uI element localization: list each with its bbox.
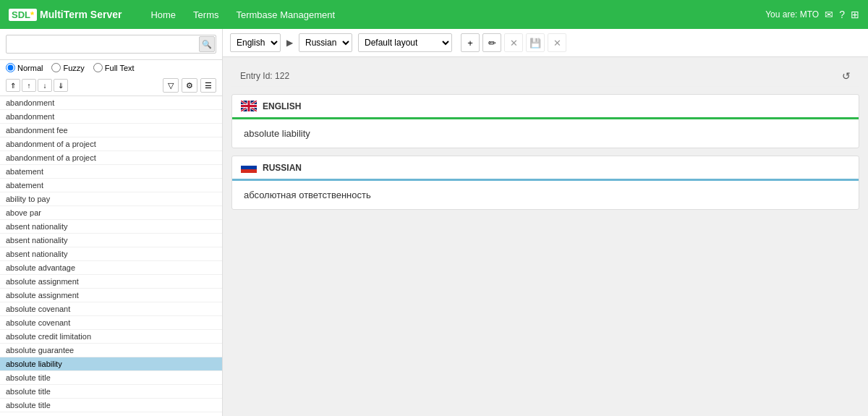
nav-links: Home Terms Termbase Management	[150, 9, 335, 20]
settings-button[interactable]: ⚙	[182, 78, 197, 93]
entry-id-text: Entry Id:	[240, 71, 273, 81]
term-list-item[interactable]: absolute title	[0, 399, 222, 412]
term-list-item[interactable]: absolute assignment	[0, 275, 222, 289]
entry-content: Entry Id: 122 ↺	[223, 57, 868, 416]
refresh-icon: ↺	[842, 70, 851, 82]
save-entry-button[interactable]: 💾	[526, 33, 545, 52]
nav-termbase-management[interactable]: Termbase Management	[236, 9, 335, 20]
russian-language-card: RUSSIAN абсолютная ответственность	[231, 156, 859, 210]
term-list-item[interactable]: above par	[0, 206, 222, 220]
action-buttons: + ✏ ✕ 💾 ✕	[461, 33, 566, 52]
radio-normal-label: Normal	[17, 64, 43, 72]
top-nav-bar: SDL* MultiTerm Server Home Terms Termbas…	[0, 0, 868, 29]
cancel-entry-button[interactable]: ✕	[548, 33, 566, 52]
cancel-icon: ✕	[553, 38, 561, 48]
entry-id-label: Entry Id: 122	[240, 71, 289, 81]
term-list-item[interactable]: abatement	[0, 165, 222, 179]
list-toolbar-icons: ▽ ⚙ ☰	[163, 78, 216, 93]
mail-icon[interactable]: ✉	[825, 9, 833, 20]
search-input-wrap: 🔍	[6, 35, 216, 54]
term-list-item[interactable]: absolute covenant	[0, 302, 222, 316]
search-mode-row: Normal Fuzzy Full Text	[0, 60, 222, 77]
target-language-select[interactable]: Russian	[299, 33, 352, 52]
entry-toolbar: English ▶ Russian Default layout + ✏ ✕	[223, 29, 868, 57]
radio-normal[interactable]: Normal	[6, 63, 43, 72]
english-language-card: ENGLISH absolute liability	[231, 94, 859, 148]
term-list-item[interactable]: absolute advantage	[0, 261, 222, 275]
delete-entry-button[interactable]: ✕	[504, 33, 523, 52]
term-list-item[interactable]: absent nationality	[0, 220, 222, 234]
russian-term: абсолютная ответственность	[244, 190, 371, 200]
search-input[interactable]	[6, 35, 216, 54]
edit-icon: ✏	[488, 38, 496, 48]
term-list-item[interactable]: abatement	[0, 179, 222, 192]
search-bar-area: 🔍	[0, 29, 222, 60]
save-icon: 💾	[529, 38, 541, 48]
layout-select[interactable]: Default layout	[358, 33, 452, 52]
svg-rect-11	[241, 169, 257, 173]
english-card-header: ENGLISH	[232, 95, 859, 119]
sdl-logo: SDL*	[9, 9, 37, 21]
russian-card-body: абсолютная ответственность	[232, 181, 859, 209]
add-entry-button[interactable]: +	[461, 33, 480, 52]
term-list-item[interactable]: absolute title	[0, 371, 222, 385]
nav-up-button[interactable]: ↑	[22, 79, 36, 92]
term-list-item[interactable]: absent nationality	[0, 247, 222, 261]
right-panel: English ▶ Russian Default layout + ✏ ✕	[223, 29, 868, 416]
nav-arrows: ⇑ ↑ ↓ ⇓	[6, 79, 68, 92]
radio-fulltext-label: Full Text	[105, 64, 135, 72]
russian-lang-label: RUSSIAN	[263, 163, 302, 173]
term-list-item[interactable]: absolute covenant	[0, 316, 222, 330]
source-language-select[interactable]: English	[230, 33, 281, 52]
term-list-item[interactable]: abandonment fee	[0, 124, 222, 137]
term-list-item[interactable]: abandonment	[0, 96, 222, 110]
expand-icon[interactable]: ⊞	[851, 9, 859, 20]
columns-button[interactable]: ☰	[200, 78, 216, 93]
edit-entry-button[interactable]: ✏	[482, 33, 501, 52]
svg-rect-8	[241, 105, 257, 107]
user-label: You are: MTO	[765, 9, 819, 20]
svg-rect-10	[241, 166, 257, 169]
term-list-item[interactable]: absent nationality	[0, 234, 222, 247]
term-list-item[interactable]: absolute title	[0, 385, 222, 399]
list-toolbar-row: ⇑ ↑ ↓ ⇓ ▽ ⚙ ☰	[0, 77, 222, 96]
english-term: absolute liability	[244, 128, 310, 139]
nav-top-button[interactable]: ⇑	[6, 79, 20, 92]
filter-icon: ▽	[168, 81, 174, 90]
filter-button[interactable]: ▽	[163, 78, 179, 93]
term-list-item[interactable]: abandonment of a project	[0, 151, 222, 165]
term-list-item[interactable]: absolute liability	[0, 357, 222, 371]
entry-id-value: 122	[275, 71, 289, 81]
radio-fulltext[interactable]: Full Text	[93, 63, 135, 72]
lang-arrow-icon: ▶	[286, 38, 293, 48]
nav-right-area: You are: MTO ✉ ? ⊞	[765, 9, 859, 20]
add-icon: +	[467, 38, 473, 48]
radio-fuzzy[interactable]: Fuzzy	[51, 63, 84, 72]
nav-bottom-button[interactable]: ⇓	[54, 79, 68, 92]
entry-top-bar: Entry Id: 122 ↺	[231, 66, 859, 87]
columns-icon: ☰	[205, 81, 212, 90]
nav-down-button[interactable]: ↓	[38, 79, 52, 92]
english-lang-label: ENGLISH	[263, 101, 301, 111]
delete-icon: ✕	[510, 38, 518, 48]
settings-icon: ⚙	[186, 81, 193, 90]
term-list-item[interactable]: abandonment	[0, 110, 222, 124]
refresh-button[interactable]: ↺	[842, 70, 851, 82]
nav-terms[interactable]: Terms	[193, 9, 218, 20]
logo-star: *	[30, 9, 34, 20]
term-list-item[interactable]: absolute total loss	[0, 412, 222, 416]
term-list-item[interactable]: absolute guarantee	[0, 344, 222, 357]
term-list-item[interactable]: ability to pay	[0, 192, 222, 206]
app-name: MultiTerm Server	[40, 9, 122, 20]
term-list-item[interactable]: absolute credit limitation	[0, 330, 222, 344]
logo-area: SDL* MultiTerm Server	[9, 9, 122, 21]
main-layout: 🔍 Normal Fuzzy Full Text ⇑ ↑ ↓	[0, 29, 868, 416]
term-list-item[interactable]: absolute assignment	[0, 289, 222, 302]
russian-flag-icon	[241, 162, 257, 173]
nav-home[interactable]: Home	[150, 9, 176, 20]
help-icon[interactable]: ?	[839, 9, 845, 20]
term-list: abandonmentabandonmentabandonment feeaba…	[0, 96, 222, 416]
svg-rect-9	[241, 162, 257, 166]
search-button[interactable]: 🔍	[199, 36, 215, 52]
term-list-item[interactable]: abandonment of a project	[0, 137, 222, 151]
